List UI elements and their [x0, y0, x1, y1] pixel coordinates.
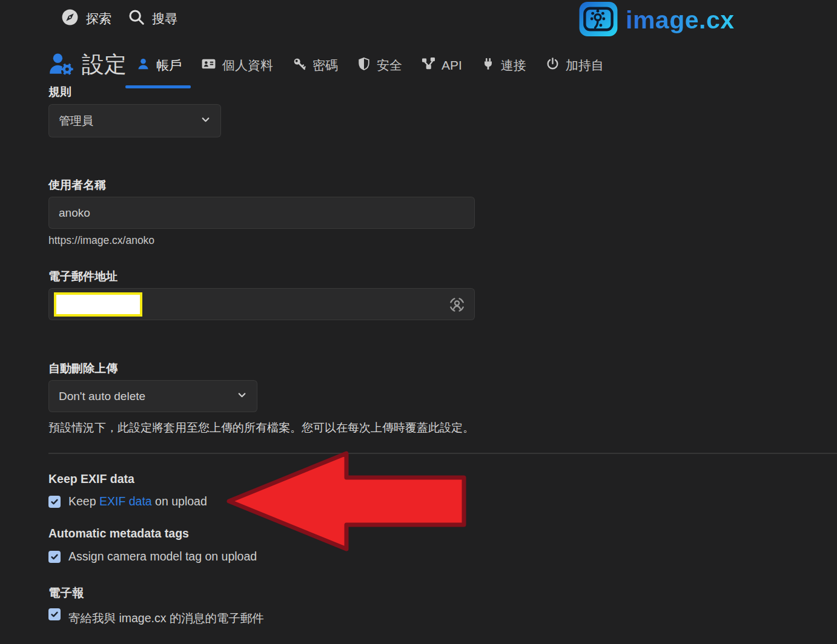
user-focus-icon[interactable]	[448, 295, 466, 317]
explore-label: 探索	[86, 10, 111, 27]
email-input-box	[48, 288, 475, 320]
search-nav-item[interactable]: 搜尋	[127, 8, 177, 29]
page-title: 設定	[82, 50, 127, 80]
explore-nav-item[interactable]: 探索	[61, 8, 111, 30]
settings-page: 探索 搜尋	[0, 0, 837, 644]
tab-password-label: 密碼	[313, 57, 338, 74]
exif-label-pre: Keep	[68, 494, 99, 508]
username-input-box	[48, 197, 475, 229]
newsletter-heading: 電子報	[48, 585, 84, 601]
exif-checkbox-row: Keep EXIF data on upload	[48, 494, 207, 508]
exif-data-link[interactable]: EXIF data	[99, 494, 152, 508]
exif-label-post: on upload	[152, 494, 207, 508]
settings-tabs: 帳戶 個人資料	[136, 54, 604, 76]
auto-delete-select[interactable]: Don't auto delete	[48, 380, 257, 412]
username-label: 使用者名稱	[48, 177, 106, 193]
username-input[interactable]	[49, 197, 474, 228]
metadata-checkbox-label: Assign camera model tag on upload	[68, 550, 257, 564]
auto-delete-help: 預設情況下，此設定將套用至您上傳的所有檔案。您可以在每次上傳時覆蓋此設定。	[48, 420, 474, 436]
brand-logo[interactable]: image.cx	[579, 2, 735, 39]
chevron-down-icon	[237, 390, 247, 403]
tab-profile[interactable]: 個人資料	[201, 56, 273, 74]
role-select[interactable]: 管理員	[48, 104, 221, 137]
tab-deactivate-label: 加持自	[566, 57, 604, 74]
tab-account[interactable]: 帳戶	[136, 57, 182, 74]
user-icon	[136, 57, 150, 74]
brand-logo-icon	[579, 2, 618, 39]
auto-delete-select-value: Don't auto delete	[59, 390, 145, 403]
page-title-wrap: 設定	[47, 50, 127, 80]
shield-icon	[357, 57, 371, 74]
tab-api-label: API	[442, 58, 462, 73]
plug-icon	[481, 57, 495, 74]
user-gear-icon	[47, 51, 76, 79]
role-label: 規則	[48, 84, 71, 100]
profile-url: https://image.cx/anoko	[48, 234, 154, 247]
newsletter-checkbox-label: 寄給我與 image.cx 的消息的電子郵件	[68, 610, 264, 626]
tab-profile-label: 個人資料	[222, 57, 273, 74]
exif-heading: Keep EXIF data	[48, 472, 134, 486]
brand-name: image.cx	[626, 6, 735, 34]
email-label: 電子郵件地址	[48, 269, 117, 284]
role-select-value: 管理員	[59, 113, 93, 129]
active-tab-underline	[125, 85, 191, 88]
newsletter-checkbox-row: 寄給我與 image.cx 的消息的電子郵件	[48, 608, 264, 626]
key-icon	[293, 57, 306, 74]
search-label: 搜尋	[152, 10, 177, 27]
exif-checkbox-label: Keep EXIF data on upload	[68, 494, 207, 508]
power-icon	[546, 57, 560, 74]
section-divider	[48, 453, 837, 454]
metadata-heading: Automatic metadata tags	[48, 527, 189, 540]
tab-security-label: 安全	[377, 57, 402, 74]
exif-checkbox[interactable]	[48, 496, 61, 508]
tab-deactivate[interactable]: 加持自	[546, 57, 604, 74]
red-arrow-annotation	[0, 0, 837, 644]
metadata-checkbox-row: Assign camera model tag on upload	[48, 550, 257, 564]
redaction-box	[54, 292, 142, 317]
network-icon	[422, 57, 435, 74]
search-icon	[127, 8, 145, 29]
compass-icon	[61, 8, 79, 30]
tab-security[interactable]: 安全	[357, 57, 402, 74]
tab-api[interactable]: API	[422, 57, 462, 74]
tab-connections-label: 連接	[501, 57, 526, 74]
newsletter-checkbox[interactable]	[48, 608, 61, 620]
tab-password[interactable]: 密碼	[293, 57, 338, 74]
tab-connections[interactable]: 連接	[481, 57, 526, 74]
chevron-down-icon	[200, 114, 211, 128]
id-card-icon	[201, 56, 216, 74]
metadata-checkbox[interactable]	[48, 551, 61, 563]
tab-account-label: 帳戶	[156, 57, 182, 74]
auto-delete-label: 自動刪除上傳	[48, 361, 117, 376]
